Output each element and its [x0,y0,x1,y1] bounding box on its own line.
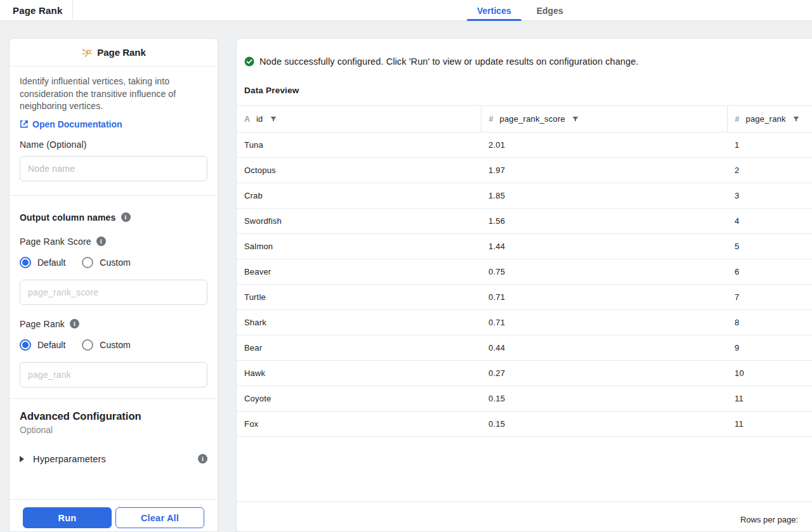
advanced-configuration-section: Advanced Configuration Optional Hyperpar… [10,410,218,464]
radio-unselected-icon [82,339,93,351]
table-cell: Beaver [237,259,481,285]
table-cell: Bear [237,335,481,361]
table-cell: 2 [727,158,812,183]
hyperparameters-expander[interactable]: Hyperparameters i [20,454,207,464]
table-row: Tuna2.011 [237,133,812,158]
app-tab-label: Page Rank [13,5,63,16]
table-cell: 3 [727,183,812,209]
filter-icon[interactable] [792,115,800,123]
column-header-page-rank: # page_rank [727,106,812,133]
table-row: Turtle0.717 [237,285,812,310]
table-row: Octopus1.972 [237,158,812,183]
table-cell: Turtle [237,285,481,310]
data-preview-title: Data Preview [237,67,812,95]
table-row: Salmon1.445 [237,234,812,259]
table-cell: 7 [727,285,812,310]
page-rank-score-input[interactable] [20,280,207,305]
table-cell: 1 [727,133,812,158]
open-documentation-label: Open Documentation [32,119,122,129]
panel-header: Page Rank [10,39,218,67]
status-message: Node successfully configured. Click 'Run… [259,56,638,67]
table-cell: Shark [237,310,481,335]
advanced-configuration-subheading: Optional [20,425,207,435]
table-row: Coyote0.1511 [237,386,812,412]
number-type-icon: # [489,115,494,124]
table-cell: 4 [727,209,812,234]
table-cell: 11 [727,386,812,412]
table-cell: Hawk [237,361,481,386]
table-row: Crab1.853 [237,183,812,209]
table-cell: Tuna [237,133,481,158]
page-rank-input[interactable] [20,362,207,387]
table-body: Tuna2.011Octopus1.972Crab1.853Swordfish1… [237,133,812,437]
info-icon[interactable]: i [121,212,131,222]
table-cell: Fox [237,412,481,437]
divider [10,398,218,399]
table-cell: 1.85 [481,183,727,209]
results-panel: Node successfully configured. Click 'Run… [236,38,812,532]
radio-custom[interactable]: Custom [82,339,130,351]
panel-footer: Run Clear All [10,499,218,528]
table-cell: 1.97 [481,158,727,183]
tab-edges-label: Edges [537,6,563,16]
table-cell: 1.44 [481,234,727,259]
info-icon[interactable]: i [96,237,106,246]
rows-per-page-label: Rows per page: [740,515,798,524]
intro-section: Identify influential vertices, taking in… [10,67,218,181]
radio-custom-label: Custom [100,257,130,268]
filter-icon[interactable] [270,115,277,123]
name-field-label: Name (Optional) [20,139,207,150]
output-columns-heading: Output column names [20,212,116,223]
radio-default[interactable]: Default [20,339,65,351]
node-name-input[interactable] [20,156,207,181]
table-cell: Salmon [237,234,481,259]
radio-default[interactable]: Default [20,257,65,268]
table-cell: 0.44 [481,335,727,361]
tab-vertices-label: Vertices [477,6,511,16]
config-panel: Page Rank Identify influential vertices,… [9,38,218,532]
page-rank-label: Page Rank [20,319,65,329]
table-row: Beaver0.756 [237,259,812,285]
chevron-right-icon [20,456,24,462]
view-tabs: Vertices Edges [476,0,565,21]
open-documentation-link[interactable]: Open Documentation [20,119,207,129]
radio-default-label: Default [37,257,65,268]
radio-default-label: Default [37,340,65,350]
table-cell: 1.56 [481,209,727,234]
table-cell: Octopus [237,158,481,183]
advanced-configuration-heading: Advanced Configuration [20,410,207,422]
table-cell: 0.75 [481,259,727,285]
info-icon[interactable]: i [198,454,207,464]
table-row: Shark0.718 [237,310,812,335]
table-cell: 0.27 [481,361,727,386]
table-cell: 5 [727,234,812,259]
column-header-page-rank-score: # page_rank_score [481,106,727,133]
radio-unselected-icon [82,257,93,268]
page-rank-score-label: Page Rank Score [20,237,91,247]
table-cell: 0.15 [481,412,727,437]
info-icon[interactable]: i [70,319,79,328]
panel-title: Page Rank [97,47,146,58]
tab-edges[interactable]: Edges [535,0,565,21]
radio-custom-label: Custom [100,340,130,350]
table-cell: 10 [727,361,812,386]
filter-icon[interactable] [572,115,579,123]
tab-vertices[interactable]: Vertices [476,0,513,21]
success-check-icon [244,56,254,67]
table-header-row: A id # page_rank_score [237,106,812,133]
radio-custom[interactable]: Custom [82,257,130,268]
hyperparameters-label: Hyperparameters [33,454,106,464]
table-row: Bear0.449 [237,335,812,361]
table-row: Fox0.1511 [237,412,812,437]
table-cell: Coyote [237,386,481,412]
table-row: Hawk0.2710 [237,361,812,386]
number-type-icon: # [735,115,740,124]
table-cell: 0.71 [481,285,727,310]
run-button[interactable]: Run [23,507,112,528]
string-type-icon: A [244,115,250,124]
table-cell: 9 [727,335,812,361]
radio-selected-icon [20,339,31,351]
table-cell: 0.15 [481,386,727,412]
clear-all-button[interactable]: Clear All [115,507,204,528]
app-tab-page-rank[interactable]: Page Rank [0,0,73,21]
